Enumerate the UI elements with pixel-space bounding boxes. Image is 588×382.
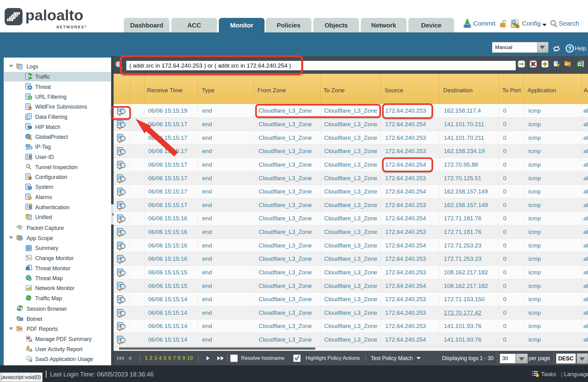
svg-text:?: ? xyxy=(568,46,572,52)
svg-text:A: A xyxy=(20,328,21,330)
